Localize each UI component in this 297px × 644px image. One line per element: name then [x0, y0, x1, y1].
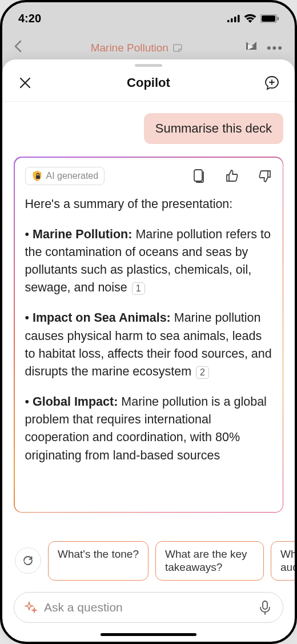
suggestion-chip[interactable]: What are the key takeaways?: [155, 541, 264, 581]
cellular-icon: [227, 14, 240, 22]
status-time: 4:20: [18, 12, 41, 25]
bullet-item: • Impact on Sea Animals: Marine pollutio…: [25, 309, 272, 381]
refresh-suggestions-button[interactable]: [15, 547, 41, 574]
chat-input[interactable]: Ask a question: [14, 592, 283, 623]
suggestion-chip[interactable]: Who's the audience?: [271, 541, 295, 581]
svg-rect-6: [278, 17, 279, 20]
document-title: Marine Pollution: [35, 42, 238, 54]
status-bar: 4:20: [2, 2, 295, 34]
copy-button[interactable]: [191, 169, 206, 183]
svg-rect-1: [231, 18, 233, 22]
citation-chip[interactable]: 1: [132, 282, 145, 295]
sparkle-icon: [25, 601, 37, 614]
home-indicator[interactable]: [101, 633, 196, 636]
thumbs-down-button[interactable]: [258, 169, 272, 183]
more-icon: •••: [267, 41, 283, 55]
bullet-item: • Global Impact: Marine pollution is a g…: [25, 393, 272, 465]
close-button[interactable]: [16, 74, 34, 92]
ai-response-text: Here's a summary of the presentation: • …: [25, 195, 272, 465]
svg-rect-3: [238, 15, 240, 22]
ai-response-card: AI generated He: [14, 157, 283, 513]
svg-rect-0: [227, 20, 230, 22]
battery-icon: [260, 14, 279, 23]
ai-badge-label: AI generated: [46, 171, 99, 181]
sheet-grabber[interactable]: [135, 64, 162, 67]
user-bubble: Summarise this deck: [144, 113, 283, 144]
suggestion-chip[interactable]: What's the tone?: [48, 541, 148, 581]
back-icon: [14, 40, 30, 56]
user-message: Summarise this deck: [14, 113, 283, 144]
wifi-icon: [244, 14, 256, 23]
shield-icon: [31, 170, 43, 182]
microphone-button[interactable]: [259, 601, 272, 614]
bullet-item: • Marine Pollution: Marine pollution ref…: [25, 226, 272, 297]
sheet-title: Copilot: [127, 75, 170, 90]
suggestions-row: What's the tone? What are the key takeaw…: [2, 533, 295, 589]
svg-rect-8: [194, 170, 202, 181]
present-icon: [244, 41, 259, 55]
background-app-header: Marine Pollution •••: [2, 34, 295, 62]
svg-rect-5: [262, 15, 275, 22]
svg-rect-9: [263, 601, 267, 609]
ai-generated-badge: AI generated: [25, 167, 105, 185]
summary-intro: Here's a summary of the presentation:: [25, 195, 272, 213]
status-indicators: [227, 14, 279, 23]
svg-rect-7: [36, 175, 40, 179]
citation-chip[interactable]: 2: [196, 366, 209, 379]
copilot-sheet: Copilot Summarise this deck AI generated: [2, 59, 295, 642]
input-placeholder: Ask a question: [44, 601, 252, 614]
svg-rect-2: [234, 17, 236, 22]
thumbs-up-button[interactable]: [224, 169, 239, 183]
new-chat-button[interactable]: [263, 74, 281, 92]
